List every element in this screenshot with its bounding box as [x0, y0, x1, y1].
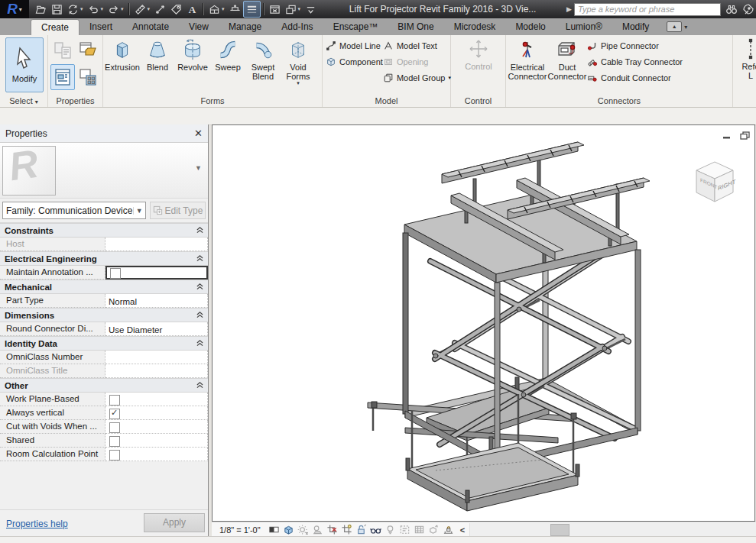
properties-palette-button[interactable]: [50, 64, 75, 90]
collapse-chevron-icon[interactable]: [196, 312, 203, 318]
view-control-button[interactable]: [311, 524, 324, 536]
property-value[interactable]: [105, 351, 208, 364]
ribbon-tab[interactable]: BIM One: [388, 19, 443, 35]
property-value[interactable]: [105, 364, 208, 378]
horizontal-scrollbar[interactable]: [469, 523, 756, 536]
ribbon-tab[interactable]: Microdesk: [444, 19, 506, 35]
restore-view-icon[interactable]: [740, 131, 750, 140]
view-cube[interactable]: FRONT RIGHT: [690, 157, 739, 209]
ribbon-tab[interactable]: Annotate: [122, 19, 179, 35]
communication-center-icon[interactable]: [742, 3, 754, 15]
search-history-arrow-icon[interactable]: ▶: [566, 5, 572, 13]
qat-button[interactable]: [65, 2, 86, 17]
forms-button[interactable]: Extrusion: [105, 36, 140, 86]
view-control-button[interactable]: [355, 524, 368, 536]
qat-button[interactable]: [49, 2, 65, 17]
ribbon-tab[interactable]: Add-Ins: [271, 19, 323, 35]
view-scale-button[interactable]: 1/8" = 1'-0": [212, 525, 267, 535]
checkbox[interactable]: [109, 395, 120, 406]
model-text-button[interactable]: Model Text: [383, 37, 451, 53]
property-value[interactable]: [105, 434, 208, 448]
forms-button[interactable]: Blend: [140, 36, 175, 86]
ribbon-tab[interactable]: View: [179, 19, 219, 35]
qat-button[interactable]: [267, 2, 283, 17]
scrollbar-thumb[interactable]: [550, 524, 569, 536]
forms-button[interactable]: Revolve: [175, 36, 210, 86]
view-control-button[interactable]: [427, 524, 440, 536]
search-input[interactable]: [574, 3, 721, 16]
qat-button[interactable]: [303, 2, 319, 17]
checkbox[interactable]: [109, 422, 120, 433]
property-value[interactable]: [105, 406, 208, 420]
qat-button[interactable]: [168, 2, 184, 17]
qat-button[interactable]: [128, 3, 130, 15]
reference-line-button[interactable]: Refe L: [733, 35, 756, 80]
ribbon-tab[interactable]: Insert: [79, 19, 122, 35]
view-control-button[interactable]: [369, 524, 382, 536]
component-button[interactable]: Component: [326, 53, 383, 69]
ribbon-tab[interactable]: Create: [31, 19, 79, 35]
collapse-viewbar-button[interactable]: <: [456, 525, 469, 535]
property-value[interactable]: [105, 266, 208, 280]
view-control-button[interactable]: [282, 524, 295, 536]
property-value[interactable]: Use Diameter: [105, 322, 208, 336]
qat-button[interactable]: [132, 2, 153, 17]
ribbon-tab[interactable]: Modelo: [505, 19, 555, 35]
type-selector-preview[interactable]: R ▼: [0, 143, 208, 199]
qat-button[interactable]: [86, 2, 106, 17]
panel-label-select[interactable]: Select ▾: [0, 96, 47, 105]
palette-header[interactable]: Properties ✕: [0, 124, 208, 143]
model-group-button[interactable]: Model Group ▾: [383, 69, 451, 86]
qat-button[interactable]: [243, 1, 261, 18]
chevron-down-icon[interactable]: ▼: [195, 164, 202, 172]
property-group-header[interactable]: Mechanical: [0, 280, 208, 294]
family-open-button[interactable]: [76, 37, 100, 63]
property-value[interactable]: [105, 420, 208, 434]
qat-button[interactable]: [105, 2, 126, 17]
minimize-view-icon[interactable]: [722, 131, 732, 140]
view-control-button[interactable]: [326, 524, 339, 536]
collapse-chevron-icon[interactable]: [196, 255, 203, 262]
family-types-button[interactable]: [76, 64, 100, 90]
property-value[interactable]: [105, 448, 208, 461]
ribbon-tab[interactable]: Lumion®: [556, 19, 612, 35]
qat-button[interactable]: [203, 3, 204, 15]
qat-button[interactable]: [227, 2, 243, 17]
connector-button[interactable]: Conduit Connector: [587, 69, 683, 86]
qat-button[interactable]: [152, 2, 168, 17]
property-group-header[interactable]: Other: [0, 378, 208, 393]
property-group-header[interactable]: Constraints: [0, 223, 208, 238]
property-value[interactable]: Normal: [105, 294, 208, 308]
family-combo[interactable]: Family: Communication Device ▼: [2, 202, 146, 219]
checkbox[interactable]: [109, 409, 120, 419]
qat-button[interactable]: [263, 3, 264, 15]
view-control-button[interactable]: [340, 524, 353, 536]
view-control-button[interactable]: [442, 524, 455, 536]
property-group-header[interactable]: Identity Data: [0, 336, 208, 351]
property-group-header[interactable]: Electrical Engineering: [0, 251, 208, 266]
qat-button[interactable]: A: [184, 2, 200, 17]
ribbon-tab[interactable]: Manage: [219, 19, 271, 35]
ribbon-state-toggle[interactable]: ▲ ▾: [667, 21, 687, 32]
ribbon-tab[interactable]: Enscape™: [323, 19, 388, 35]
property-value[interactable]: [105, 393, 208, 406]
modify-button[interactable]: Modify: [5, 37, 44, 92]
checkbox[interactable]: [109, 450, 120, 461]
family-category-button[interactable]: [50, 37, 75, 63]
checkbox[interactable]: [110, 268, 121, 279]
property-value[interactable]: [105, 238, 208, 251]
connector-button[interactable]: Cable Tray Connector: [587, 53, 683, 69]
drawing-area[interactable]: FRONT RIGHT: [212, 124, 755, 522]
qat-button[interactable]: [206, 2, 227, 17]
connector-button[interactable]: Pipe Connector: [587, 37, 683, 53]
collapse-chevron-icon[interactable]: [196, 227, 203, 234]
forms-button[interactable]: Sweep: [210, 36, 245, 86]
forms-button[interactable]: Swept Blend: [245, 36, 281, 86]
view-control-button[interactable]: [384, 524, 397, 536]
collapse-chevron-icon[interactable]: [196, 340, 203, 347]
search-icon[interactable]: [725, 3, 738, 15]
view-control-button[interactable]: [297, 524, 310, 536]
collapse-chevron-icon[interactable]: [196, 283, 203, 290]
view-control-button[interactable]: [398, 524, 411, 536]
ribbon-tab[interactable]: Modify: [612, 19, 659, 35]
